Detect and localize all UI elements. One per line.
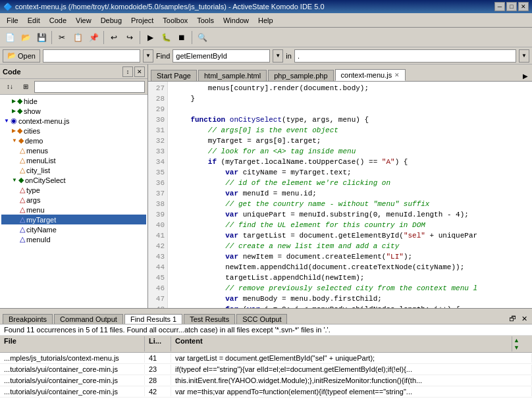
debug-button[interactable]: 🐛: [159, 30, 173, 45]
find-dropdown[interactable]: ▼: [273, 49, 283, 63]
tree-icon-menulist: △: [20, 156, 25, 165]
panel-close-icon[interactable]: ✕: [134, 66, 145, 77]
panel-header: Code ↕ ✕: [0, 65, 147, 79]
in-dropdown[interactable]: ▼: [519, 49, 529, 63]
tree-icon-city-list: △: [20, 166, 25, 174]
tree-item-menus[interactable]: △ menus: [1, 145, 146, 155]
tree-filter-input[interactable]: [34, 81, 145, 93]
panel-sort-icon[interactable]: ↕: [122, 66, 133, 77]
tab-php-sample[interactable]: php_sample.php: [268, 70, 333, 81]
result-file-0: ...mples/js_tutorials/context-menu.js: [0, 353, 145, 363]
tree-item-demo[interactable]: ▼ ◆ demo: [1, 136, 146, 145]
tree-sort-btn[interactable]: ↕↓: [3, 80, 17, 94]
menu-toolbox[interactable]: Toolbox: [159, 15, 192, 26]
find-summary: Found 11 occurrences in 5 of 11 files. F…: [0, 324, 532, 336]
tree-arrow-hide: ▶: [12, 98, 16, 104]
tree-item-menuid[interactable]: △ menuId: [1, 234, 146, 244]
result-row-0[interactable]: ...mples/js_tutorials/context-menu.js 41…: [0, 353, 532, 364]
tree-item-cities[interactable]: ▶ ◆ cities: [1, 126, 146, 136]
undo-button[interactable]: ↩: [107, 30, 121, 45]
tree-item-city-list[interactable]: △ city_list: [1, 165, 146, 175]
tree-item-args[interactable]: △ args: [1, 195, 146, 205]
bottom-close-icon[interactable]: ✕: [519, 313, 529, 324]
menu-view[interactable]: View: [72, 15, 95, 26]
redo-button[interactable]: ↪: [122, 30, 137, 45]
tab-find-results[interactable]: Find Results 1: [124, 314, 182, 324]
toolbar: 📄 📂 💾 ✂ 📋 📌 ↩ ↪ ▶ 🐛 ⏹ 🔍: [0, 28, 532, 47]
tab-close-context-menu-js[interactable]: ✕: [394, 72, 400, 78]
menu-debug[interactable]: Debug: [97, 15, 126, 26]
result-row-3[interactable]: ...tutorials/yui/container_core-min.js 4…: [0, 386, 532, 398]
stop-button[interactable]: ⏹: [174, 30, 189, 45]
tab-start-page[interactable]: Start Page: [151, 70, 197, 81]
app-icon: 🔷: [3, 3, 13, 11]
result-content-0: var targetList = document.getElementById…: [171, 353, 532, 363]
tree-item-show[interactable]: ▶ ◆ show: [1, 106, 146, 116]
menu-help[interactable]: Help: [254, 15, 277, 26]
tab-scc-output[interactable]: SCC Output: [236, 314, 287, 324]
new-button[interactable]: 📄: [3, 30, 17, 45]
result-row-1[interactable]: ...tutorials/yui/container_core-min.js 2…: [0, 364, 532, 375]
menu-code[interactable]: Code: [45, 15, 70, 26]
paste-button[interactable]: 📌: [86, 30, 101, 45]
tree-item-mytarget[interactable]: △ myTarget: [1, 215, 146, 224]
minimize-button[interactable]: ─: [494, 2, 505, 11]
tree-item-cityname[interactable]: △ cityName: [1, 224, 146, 234]
find-label: Find: [156, 52, 170, 60]
tab-test-results[interactable]: Test Results: [184, 314, 235, 324]
result-line-2: 28: [145, 376, 171, 385]
tree-item-type[interactable]: △ type: [1, 185, 146, 195]
copy-button[interactable]: 📋: [70, 30, 85, 45]
tree-item-contextmenujs[interactable]: ▼ ◉ context-menu.js: [1, 116, 146, 126]
tree-item-menu[interactable]: △ menu: [1, 205, 146, 215]
tree-item-oncityselect[interactable]: ▼ ◆ onCitySelect: [1, 175, 146, 185]
tree-expand-btn[interactable]: ⊞: [18, 80, 33, 94]
results-col-content: Content: [171, 336, 512, 351]
result-content-2: this.initEvent.fire(YAHOO.widget.Module)…: [171, 376, 532, 385]
in-input[interactable]: [294, 49, 516, 63]
window-controls: ─ □ ✕: [494, 2, 529, 11]
tree-item-hide[interactable]: ▶ ◆ hide: [1, 96, 146, 106]
run-button[interactable]: ▶: [143, 30, 157, 45]
tree-item-menulist[interactable]: △ menuList: [1, 155, 146, 165]
code-content[interactable]: menus[country].render(document.body); } …: [168, 82, 532, 308]
find-input[interactable]: [173, 49, 270, 63]
scroll-down-icon[interactable]: ▼: [514, 344, 531, 351]
tree-icon-hide: ◆: [17, 97, 22, 105]
tree-icon-menuid: △: [20, 235, 25, 244]
tab-html-sample[interactable]: html_sample.html: [198, 70, 267, 81]
tab-scroll-right[interactable]: ▶: [521, 71, 529, 81]
tab-label-php-sample: php_sample.php: [274, 72, 327, 80]
tree-label-demo: demo: [25, 137, 43, 145]
menu-tools[interactable]: Tools: [193, 15, 218, 26]
tree-icon-show: ◆: [17, 107, 22, 115]
maximize-button[interactable]: □: [506, 2, 517, 11]
tree-icon-cityname: △: [20, 225, 25, 234]
menu-window[interactable]: Window: [219, 15, 253, 26]
tree-label-mytarget: myTarget: [26, 216, 56, 224]
menu-edit[interactable]: Edit: [24, 15, 44, 26]
close-button[interactable]: ✕: [518, 2, 529, 11]
tree-arrow-oncityselect: ▼: [12, 177, 17, 183]
cut-button[interactable]: ✂: [55, 30, 69, 45]
tab-breakpoints[interactable]: Breakpoints: [3, 314, 53, 324]
menu-file[interactable]: File: [3, 15, 22, 26]
scroll-up-icon[interactable]: ▲: [514, 337, 531, 344]
tree-label-oncityselect: onCitySelect: [25, 176, 66, 184]
tab-command-output[interactable]: Command Output: [54, 314, 123, 324]
toolbar-sep1: [51, 31, 52, 44]
menu-project[interactable]: Project: [127, 15, 157, 26]
search-btn[interactable]: 🔍: [195, 30, 209, 45]
tree-icon-oncityselect: ◆: [18, 176, 24, 184]
open-file-input[interactable]: [43, 49, 140, 63]
editor-area[interactable]: 2728293031 3233343536 3738394041 4243444…: [148, 82, 532, 308]
open-dropdown[interactable]: ▼: [143, 49, 153, 63]
open-file-button[interactable]: 📂 Open: [3, 49, 40, 63]
bottom-panel: Breakpoints Command Output Find Results …: [0, 308, 532, 414]
tab-context-menu-js[interactable]: context-menu.js ✕: [335, 69, 406, 81]
result-row-2[interactable]: ...tutorials/yui/container_core-min.js 2…: [0, 375, 532, 386]
open-button[interactable]: 📂: [18, 30, 33, 45]
save-button[interactable]: 💾: [34, 30, 49, 45]
result-file-3: ...tutorials/yui/container_core-min.js: [0, 387, 145, 396]
bottom-restore-icon[interactable]: 🗗: [507, 313, 518, 324]
